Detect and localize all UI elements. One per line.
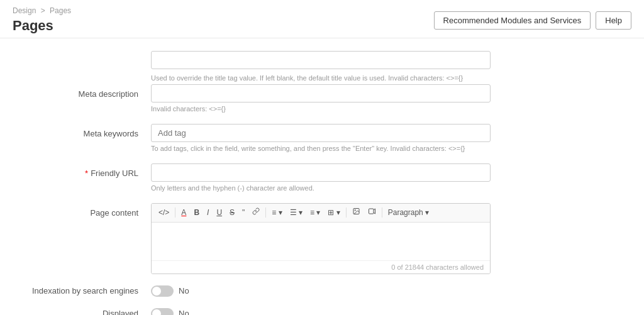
displayed-slider (151, 308, 174, 315)
friendly-url-input[interactable] (151, 163, 491, 182)
title-hint-row: Used to override the title tag value. If… (0, 51, 644, 82)
table-btn[interactable]: ⊞ ▾ (325, 206, 343, 219)
toolbar-sep-3 (346, 207, 347, 218)
meta-keywords-row: Meta keywords To add tags, click in the … (0, 124, 644, 152)
meta-description-row: Meta description Invalid characters: <>=… (0, 84, 644, 113)
ordered-list-btn[interactable]: ≡ ▾ (307, 206, 323, 219)
toolbar-sep-4 (382, 207, 382, 218)
required-asterisk: * (85, 169, 88, 178)
meta-description-field: Invalid characters: <>={} (151, 84, 491, 113)
blockquote-btn[interactable]: " (239, 206, 248, 219)
displayed-toggle[interactable] (151, 308, 174, 315)
breadcrumb: Design > Pages (13, 6, 71, 15)
paragraph-btn[interactable]: Paragraph ▾ (385, 206, 432, 219)
editor-toolbar: </> A B I U S " ≡ ▾ ☰ ▾ ≡ ▾ ⊞ ▾ (152, 204, 490, 223)
underline-btn[interactable]: U (213, 206, 225, 219)
source-btn[interactable]: </> (155, 206, 172, 219)
friendly-url-field: Only letters and the hyphen (-) characte… (151, 163, 491, 192)
indexation-row: Indexation by search engines No (0, 285, 644, 297)
help-button[interactable]: Help (596, 11, 631, 30)
displayed-row: Displayed No (0, 308, 644, 315)
top-bar: Design > Pages Pages Recommended Modules… (0, 0, 644, 38)
page-content-row: Page content </> A B I U S " ≡ ▾ (0, 203, 644, 274)
friendly-url-hint: Only letters and the hyphen (-) characte… (151, 184, 491, 192)
displayed-label: Displayed (13, 309, 151, 315)
breadcrumb-sep: > (41, 6, 45, 15)
content-area: Used to override the title tag value. If… (0, 38, 644, 315)
recommended-modules-button[interactable]: Recommended Modules and Services (434, 11, 591, 30)
toolbar-sep-1 (175, 207, 175, 218)
meta-description-label: Meta description (13, 84, 151, 99)
indexation-status: No (179, 286, 189, 296)
svg-rect-2 (369, 209, 374, 214)
breadcrumb-design[interactable]: Design (13, 6, 36, 15)
meta-keywords-input[interactable] (151, 124, 491, 142)
image-btn[interactable] (349, 206, 364, 219)
bold-btn[interactable]: B (191, 206, 203, 219)
breadcrumb-current: Pages (50, 6, 71, 15)
video-btn[interactable] (365, 206, 379, 219)
friendly-url-row: *Friendly URL Only letters and the hyphe… (0, 163, 644, 192)
indexation-label: Indexation by search engines (13, 286, 151, 296)
meta-keywords-hint: To add tags, click in the field, write s… (151, 145, 491, 152)
svg-point-1 (355, 210, 356, 211)
meta-keywords-field: To add tags, click in the field, write s… (151, 124, 491, 152)
link-btn[interactable] (249, 206, 263, 219)
displayed-status: No (179, 309, 189, 315)
title-label-space (13, 51, 151, 56)
page-content-field: </> A B I U S " ≡ ▾ ☰ ▾ ≡ ▾ ⊞ ▾ (151, 203, 491, 274)
indexation-slider (151, 285, 174, 297)
title-input[interactable] (151, 51, 491, 69)
editor-char-count: 0 of 21844 characters allowed (152, 260, 490, 274)
title-hint: Used to override the title tag value. If… (151, 74, 491, 82)
italic-btn[interactable]: I (204, 206, 212, 219)
indexation-toggle-wrap: No (151, 285, 189, 297)
meta-keywords-label: Meta keywords (13, 124, 151, 138)
editor-body[interactable] (152, 223, 490, 260)
toolbar-sep-2 (265, 207, 266, 218)
friendly-url-label: *Friendly URL (13, 163, 151, 178)
strikethrough-btn[interactable]: S (226, 206, 238, 219)
align-btn[interactable]: ≡ ▾ (269, 206, 285, 219)
top-actions: Recommended Modules and Services Help (434, 11, 631, 30)
unordered-list-btn[interactable]: ☰ ▾ (287, 206, 306, 219)
displayed-toggle-wrap: No (151, 308, 189, 315)
page-content-label: Page content (13, 203, 151, 218)
rich-text-editor: </> A B I U S " ≡ ▾ ☰ ▾ ≡ ▾ ⊞ ▾ (151, 203, 491, 274)
indexation-toggle[interactable] (151, 285, 174, 297)
meta-description-hint: Invalid characters: <>={} (151, 105, 491, 113)
title-field-area: Used to override the title tag value. If… (151, 51, 491, 82)
meta-description-input[interactable] (151, 84, 491, 102)
page-title: Pages (13, 18, 71, 34)
font-color-btn[interactable]: A (178, 206, 189, 219)
